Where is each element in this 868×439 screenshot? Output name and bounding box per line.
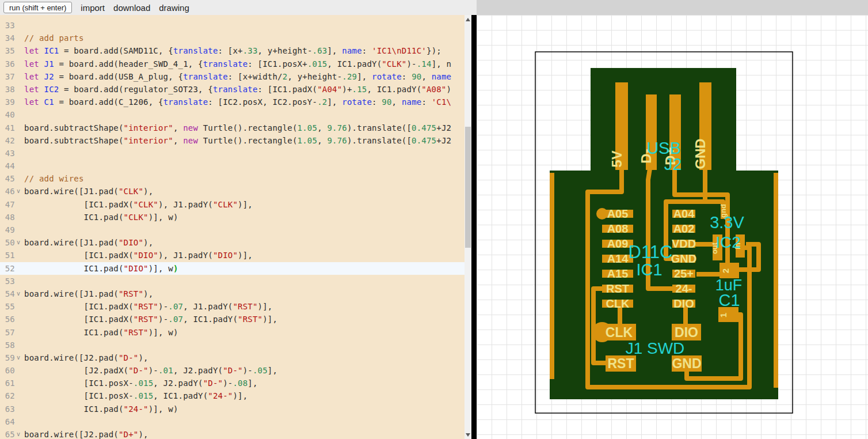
fold-spacer xyxy=(15,134,24,147)
line-number: 34 xyxy=(0,32,15,44)
line-number: 45 xyxy=(0,172,15,185)
silkscreen-label: IC2 xyxy=(715,233,741,251)
code-line-60[interactable]: 60 [J2.padX("D-")-.01, J2.padY("D-")-.05… xyxy=(0,364,465,377)
code-line-48[interactable]: 48 IC1.pad("CLK")], w) xyxy=(0,211,465,224)
code-line-53[interactable]: 53 xyxy=(0,275,465,287)
pad-label: A14 xyxy=(607,252,629,265)
pad-label: CLK xyxy=(606,325,633,340)
line-number: 59 xyxy=(0,351,15,364)
scrollbar-thumb[interactable] xyxy=(465,127,471,248)
panel-divider[interactable] xyxy=(471,15,477,439)
code-text: // add wires xyxy=(24,172,84,185)
code-text: board.wire([J1.pad("DIO"), xyxy=(24,236,153,249)
code-line-38[interactable]: 38let IC2 = board.add(regulator_SOT23, {… xyxy=(0,83,465,96)
line-number: 49 xyxy=(0,224,15,236)
code-line-34[interactable]: 34// add parts xyxy=(0,32,465,44)
fold-spacer xyxy=(15,44,24,57)
fold-spacer xyxy=(15,415,24,428)
code-line-43[interactable]: 43 xyxy=(0,147,465,160)
code-line-33[interactable]: 33 xyxy=(0,19,465,32)
line-number: 43 xyxy=(0,147,15,160)
code-line-61[interactable]: 61 [IC1.posX-.015, J2.padY("D-")-.08], xyxy=(0,377,465,389)
code-line-59[interactable]: 59vboard.wire([J2.pad("D-"), xyxy=(0,351,465,364)
code-line-47[interactable]: 47 [IC1.padX("CLK"), J1.padY("CLK")], xyxy=(0,198,465,211)
pad-label: 24- xyxy=(676,282,692,295)
fold-spacer xyxy=(15,389,24,402)
menu-drawing[interactable]: drawing xyxy=(159,3,189,13)
code-text: [IC1.padX("RST")-.07, J1.padY("RST")], xyxy=(24,300,273,313)
code-line-49[interactable]: 49 xyxy=(0,224,465,236)
pad-label: RST xyxy=(608,356,634,371)
pad-label: A09 xyxy=(607,237,629,250)
run-button[interactable]: run (shift + enter) xyxy=(3,2,72,13)
scroll-up-icon[interactable] xyxy=(466,18,470,21)
fold-spacer xyxy=(15,275,24,287)
line-number: 54 xyxy=(0,287,15,300)
code-line-45[interactable]: 45// add wires xyxy=(0,172,465,185)
fold-toggle-icon[interactable]: v xyxy=(15,236,24,249)
code-line-62[interactable]: 62 [IC1.posX-.015, IC1.padY("24-")], xyxy=(0,389,465,402)
fold-spacer xyxy=(15,32,24,44)
fold-toggle-icon[interactable]: v xyxy=(15,428,24,439)
code-line-54[interactable]: 54vboard.wire([J1.pad("RST"), xyxy=(0,287,465,300)
code-text: board.wire([J1.pad("RST"), xyxy=(24,287,153,300)
line-number: 48 xyxy=(0,211,15,224)
pad-label: VDD xyxy=(672,237,696,250)
code-text: [IC1.padX("DIO"), J1.padY("DIO")], xyxy=(24,249,253,262)
fold-spacer xyxy=(15,19,24,32)
scroll-down-icon[interactable] xyxy=(466,433,470,437)
fold-spacer xyxy=(15,70,24,83)
fold-spacer xyxy=(15,172,24,185)
fold-spacer xyxy=(15,83,24,96)
line-number: 42 xyxy=(0,134,15,147)
code-line-65[interactable]: 65vboard.wire([J2.pad("D+"), xyxy=(0,428,465,439)
fold-toggle-icon[interactable]: v xyxy=(15,287,24,300)
toolbar-right xyxy=(477,0,868,15)
menu-import[interactable]: import xyxy=(81,3,105,13)
code-line-52[interactable]: 52 IC1.pad("DIO")], w) xyxy=(0,262,465,275)
fold-toggle-icon[interactable]: v xyxy=(15,185,24,198)
code-text: IC1.pad("CLK")], w) xyxy=(24,211,178,224)
code-line-64[interactable]: 64 xyxy=(0,415,465,428)
code-line-41[interactable]: 41board.subtractShape("interior", new Tu… xyxy=(0,122,465,134)
pad-label: RST xyxy=(606,282,629,295)
line-number: 65 xyxy=(0,428,15,439)
code-line-39[interactable]: 39let C1 = board.add(C_1206, {translate:… xyxy=(0,96,465,108)
line-number: 53 xyxy=(0,275,15,287)
line-number: 40 xyxy=(0,108,15,121)
code-text: board.wire([J2.pad("D-"), xyxy=(24,351,149,364)
code-line-57[interactable]: 57 IC1.pad("RST")], w) xyxy=(0,326,465,339)
fold-spacer xyxy=(15,249,24,262)
code-editor[interactable]: 3334// add parts35let IC1 = board.add(SA… xyxy=(0,15,465,439)
code-line-55[interactable]: 55 [IC1.padX("RST")-.07, J1.padY("RST")]… xyxy=(0,300,465,313)
pcb-preview-panel[interactable]: 5VD-D+GNDA05A08A09A14A15RSTCLKA04A02VDDG… xyxy=(477,15,868,439)
pad-label: 1 xyxy=(718,313,728,317)
code-line-50[interactable]: 50vboard.wire([J1.pad("DIO"), xyxy=(0,236,465,249)
code-line-35[interactable]: 35let IC1 = board.add(SAMD11C, {translat… xyxy=(0,44,465,57)
code-line-58[interactable]: 58 xyxy=(0,339,465,351)
code-line-42[interactable]: 42board.subtractShape("interior", new Tu… xyxy=(0,134,465,147)
code-text: let C1 = board.add(C_1206, {translate: [… xyxy=(24,96,451,108)
fold-spacer xyxy=(15,300,24,313)
code-line-56[interactable]: 56 [IC1.padX("RST")-.07, IC1.padY("RST")… xyxy=(0,313,465,326)
code-line-46[interactable]: 46vboard.wire([J1.pad("CLK"), xyxy=(0,185,465,198)
fold-spacer xyxy=(15,377,24,389)
code-line-63[interactable]: 63 IC1.pad("24-")], w) xyxy=(0,403,465,415)
code-text: [J2.padX("D-")-.01, J2.padY("D-")-.05], xyxy=(24,364,277,377)
line-number: 57 xyxy=(0,326,15,339)
menu-download[interactable]: download xyxy=(113,3,150,13)
fold-spacer xyxy=(15,364,24,377)
code-line-40[interactable]: 40 xyxy=(0,108,465,121)
silkscreen-label: J2 xyxy=(664,155,682,173)
code-line-36[interactable]: 36let J1 = board.add(header_SWD_4_1, {tr… xyxy=(0,58,465,70)
fold-spacer xyxy=(15,58,24,70)
line-number: 63 xyxy=(0,403,15,415)
code-line-37[interactable]: 37let J2 = board.add(USB_A_plug, {transl… xyxy=(0,70,465,83)
pad-label: DIO xyxy=(675,325,698,340)
code-line-51[interactable]: 51 [IC1.padX("DIO"), J1.padY("DIO")], xyxy=(0,249,465,262)
code-text: let J1 = board.add(header_SWD_4_1, {tran… xyxy=(24,58,451,70)
code-line-44[interactable]: 44 xyxy=(0,160,465,172)
fold-toggle-icon[interactable]: v xyxy=(15,351,24,364)
editor-scrollbar[interactable] xyxy=(465,15,471,439)
code-text: board.subtractShape("interior", new Turt… xyxy=(24,134,451,147)
